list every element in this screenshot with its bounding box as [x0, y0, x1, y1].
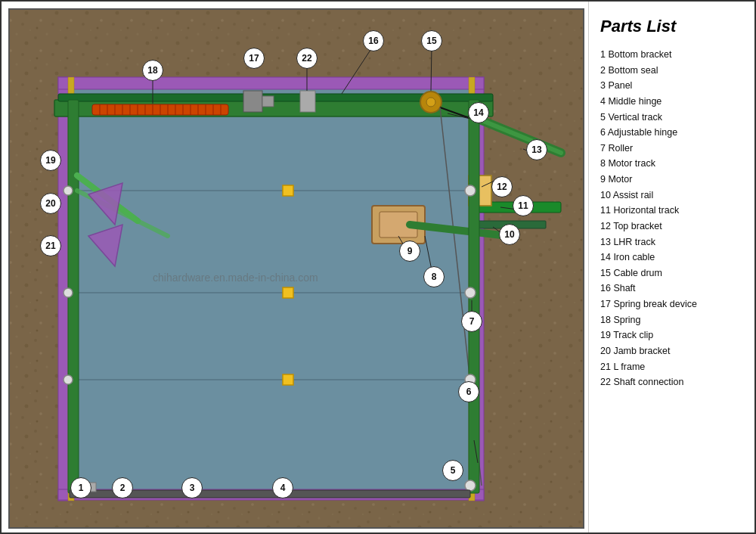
svg-point-67	[465, 374, 476, 385]
parts-list-item: 13 LHR track	[600, 234, 743, 250]
parts-list-item: 8 Motor track	[600, 156, 743, 172]
parts-list-item: 19 Track clip	[600, 328, 743, 343]
svg-rect-50	[470, 221, 546, 228]
svg-rect-74	[88, 483, 96, 492]
diagram-area: chihardware.en.made-in-china.com	[2, 2, 588, 532]
parts-list-item: 2 Bottom seal	[600, 63, 743, 79]
svg-point-71	[64, 375, 73, 384]
parts-list-item: 21 L frame	[600, 359, 743, 375]
svg-rect-41	[262, 96, 274, 107]
svg-point-70	[64, 288, 73, 297]
parts-list-item: 14 Iron cable	[600, 250, 743, 265]
parts-list-item: 22 Shaft connection	[600, 374, 743, 390]
svg-rect-72	[70, 490, 470, 498]
parts-list-item: 16 Shaft	[600, 281, 743, 296]
svg-rect-62	[283, 185, 293, 196]
svg-text:chihardware.en.made-in-china.c: chihardware.en.made-in-china.com	[153, 272, 318, 284]
svg-rect-10	[70, 88, 470, 493]
parts-list-item: 17 Spring break device	[600, 296, 743, 312]
svg-point-66	[465, 287, 476, 298]
diagram-svg: chihardware.en.made-in-china.com	[2, 2, 588, 532]
svg-rect-16	[58, 77, 484, 89]
svg-rect-63	[283, 287, 293, 298]
svg-point-44	[426, 98, 435, 107]
parts-list-item: 5 Vertical track	[600, 110, 743, 126]
svg-rect-64	[283, 374, 293, 385]
svg-rect-42	[300, 91, 315, 112]
parts-list-item: 18 Spring	[600, 312, 743, 328]
parts-list-item: 6 Adjustable hinge	[600, 125, 743, 141]
svg-point-68	[465, 480, 476, 491]
parts-list-item: 3 Panel	[600, 78, 743, 94]
parts-list-item: 4 Middle hinge	[600, 94, 743, 110]
parts-list-item: 9 Motor	[600, 172, 743, 188]
parts-list-item: 15 Cable drum	[600, 265, 743, 281]
svg-point-69	[64, 186, 73, 195]
parts-list-title: Parts List	[600, 17, 743, 36]
parts-list-items: 1 Bottom bracket2 Bottom seal3 Panel4 Mi…	[600, 47, 743, 390]
svg-point-65	[465, 185, 476, 196]
parts-list-item: 10 Assist rail	[600, 188, 743, 203]
parts-list-item: 12 Top bracket	[600, 219, 743, 234]
parts-list-panel: Parts List 1 Bottom bracket2 Bottom seal…	[588, 2, 754, 532]
parts-list-item: 1 Bottom bracket	[600, 47, 743, 63]
parts-list-item: 20 Jamb bracket	[600, 343, 743, 359]
parts-list-item: 7 Roller	[600, 141, 743, 157]
main-container: chihardware.en.made-in-china.com	[0, 0, 756, 534]
parts-list-item: 11 Horizontal track	[600, 203, 743, 219]
svg-rect-40	[243, 91, 262, 112]
